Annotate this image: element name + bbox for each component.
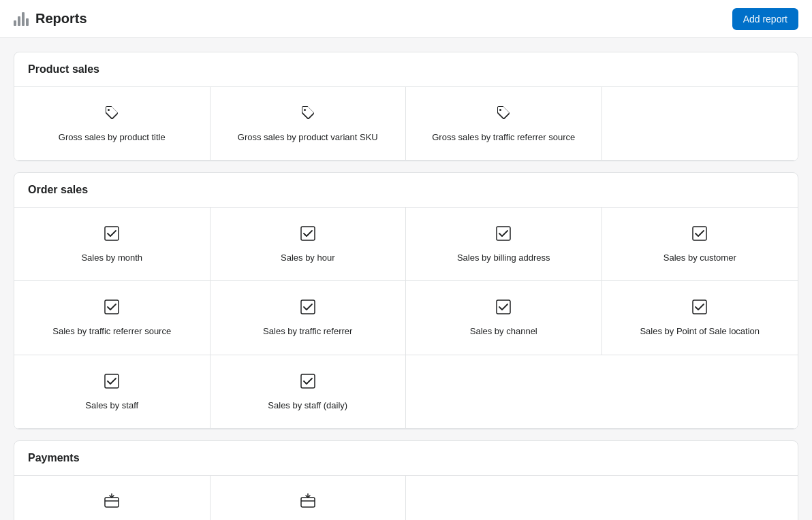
- svg-point-2: [499, 109, 501, 111]
- report-item-label: Sales by staff (daily): [268, 400, 347, 412]
- report-item-gross-traffic-referrer[interactable]: Gross sales by traffic referrer source: [406, 87, 602, 161]
- empty-cell: [406, 355, 602, 429]
- svg-rect-8: [301, 300, 315, 314]
- report-item-label: Gross sales by product title: [59, 131, 166, 144]
- product-sales-grid: Gross sales by product title Gross sales…: [14, 87, 798, 161]
- checkbox-icon: [298, 372, 317, 393]
- payment-icon: [102, 492, 121, 513]
- report-item-sales-month[interactable]: Sales by month: [14, 208, 210, 281]
- report-item-payments-channel[interactable]: Payments by channel: [210, 476, 407, 520]
- report-item-label: Sales by traffic referrer source: [52, 325, 171, 338]
- svg-rect-3: [105, 227, 119, 240]
- checkbox-icon: [102, 224, 121, 245]
- svg-rect-12: [301, 374, 315, 388]
- report-item-sales-staff[interactable]: Sales by staff: [14, 355, 210, 429]
- tag-icon: [298, 103, 317, 125]
- report-item-sales-customer[interactable]: Sales by customer: [602, 208, 798, 281]
- svg-rect-5: [497, 227, 510, 240]
- report-item-sales-traffic-source[interactable]: Sales by traffic referrer source: [14, 281, 210, 355]
- report-item-label: Sales by billing address: [457, 252, 550, 264]
- report-item-payments-method[interactable]: Payments by method: [14, 476, 210, 520]
- checkbox-icon: [690, 297, 709, 319]
- payment-icon: [298, 492, 317, 513]
- report-item-gross-variant-sku[interactable]: Gross sales by product variant SKU: [210, 87, 407, 161]
- svg-point-1: [304, 109, 306, 111]
- report-item-sales-staff-daily[interactable]: Sales by staff (daily): [210, 355, 407, 429]
- svg-point-0: [108, 109, 110, 111]
- checkbox-icon: [102, 372, 121, 393]
- svg-rect-11: [105, 374, 119, 388]
- report-item-label: Sales by traffic referrer: [263, 325, 352, 338]
- top-bar-left: Reports: [14, 11, 87, 27]
- report-item-label: Sales by customer: [663, 252, 736, 264]
- checkbox-icon: [690, 224, 709, 245]
- report-item-label: Gross sales by product variant SKU: [238, 131, 378, 144]
- order-sales-section: Order sales Sales by month: [14, 172, 798, 429]
- empty-cell: [406, 476, 602, 520]
- checkbox-icon: [298, 297, 317, 319]
- checkbox-icon: [494, 224, 513, 245]
- report-item-sales-billing[interactable]: Sales by billing address: [406, 208, 602, 281]
- reports-icon: [14, 12, 29, 26]
- order-sales-header: Order sales: [14, 173, 798, 208]
- product-sales-section: Product sales Gross sales by product tit…: [14, 52, 798, 161]
- report-item-label: Sales by hour: [281, 252, 335, 264]
- svg-rect-6: [693, 227, 706, 240]
- checkbox-icon: [102, 297, 121, 319]
- payments-section: Payments Payments by method: [14, 440, 798, 520]
- product-sales-header: Product sales: [14, 52, 798, 87]
- payments-header: Payments: [14, 441, 798, 476]
- page-title: Reports: [35, 11, 87, 27]
- top-bar: Reports Add report: [0, 0, 812, 38]
- svg-rect-9: [497, 300, 510, 314]
- main-content: Product sales Gross sales by product tit…: [0, 38, 812, 520]
- payments-grid: Payments by method Payments by channel: [14, 476, 798, 520]
- report-item-label: Sales by Point of Sale location: [640, 325, 760, 338]
- checkbox-icon: [298, 224, 317, 245]
- svg-rect-7: [105, 300, 119, 314]
- product-sales-title: Product sales: [28, 63, 99, 75]
- report-item-label: Gross sales by traffic referrer source: [432, 131, 575, 144]
- svg-rect-4: [301, 227, 315, 240]
- svg-rect-13: [105, 498, 119, 507]
- report-item-sales-traffic-referrer[interactable]: Sales by traffic referrer: [210, 281, 407, 355]
- payments-title: Payments: [28, 452, 80, 464]
- add-report-button[interactable]: Add report: [732, 8, 798, 30]
- tag-icon: [102, 103, 121, 125]
- report-item-sales-pos[interactable]: Sales by Point of Sale location: [602, 281, 798, 355]
- report-item-label: Sales by month: [81, 252, 142, 264]
- svg-rect-10: [693, 300, 706, 314]
- order-sales-title: Order sales: [28, 184, 88, 195]
- empty-cell: [602, 87, 798, 161]
- report-item-label: Sales by staff: [85, 400, 138, 412]
- svg-rect-16: [301, 498, 315, 507]
- report-item-label: Sales by channel: [470, 325, 537, 338]
- report-item-sales-channel[interactable]: Sales by channel: [406, 281, 602, 355]
- report-item-sales-hour[interactable]: Sales by hour: [210, 208, 407, 281]
- empty-cell: [602, 476, 798, 520]
- checkbox-icon: [494, 297, 513, 319]
- tag-icon: [494, 103, 513, 125]
- order-sales-grid: Sales by month Sales by hour: [14, 208, 798, 429]
- empty-cell: [602, 355, 798, 429]
- report-item-gross-product-title[interactable]: Gross sales by product title: [14, 87, 210, 161]
